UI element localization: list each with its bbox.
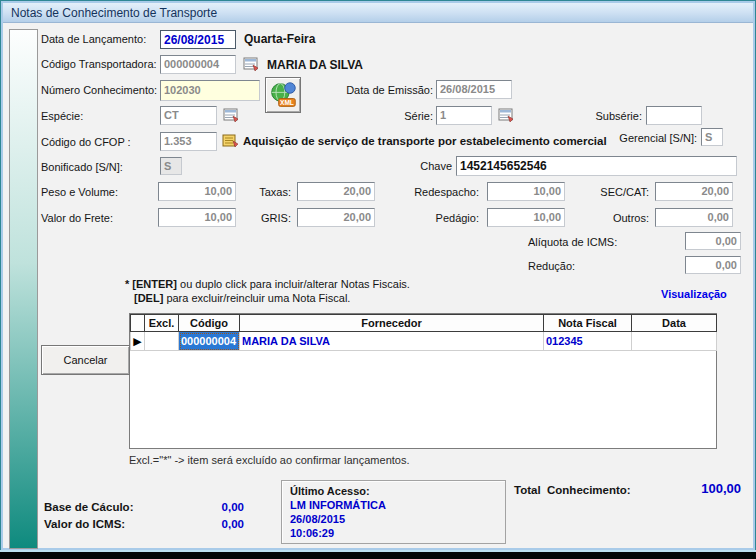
serie-label: Série: <box>371 110 433 122</box>
bonificado-label: Bonificado [S/N]: <box>41 161 123 173</box>
peso-volume-label: Peso e Volume: <box>41 186 118 198</box>
taxas-label: Taxas: <box>241 186 291 198</box>
grid-header-row: Excl. Código Fornecedor Nota Fiscal Data <box>131 315 717 332</box>
cancelar-button[interactable]: Cancelar <box>41 345 130 375</box>
cell-codigo-selected[interactable]: 000000004 <box>179 332 240 351</box>
del-key-label: [DEL] <box>134 292 163 304</box>
taxas-field[interactable]: 20,00 <box>297 182 375 201</box>
valor-icms-value: 0,00 <box>161 518 244 530</box>
ultimo-acesso-label: Último Acesso: <box>290 485 370 497</box>
chave-label: Chave <box>409 160 452 172</box>
reducao-label: Redução: <box>528 260 575 272</box>
ultimo-acesso-user: LM INFORMÁTICA <box>290 499 386 511</box>
total-conhecimento-label: Total Conhecimento: <box>514 484 631 496</box>
base-calculo-value: 0,00 <box>161 501 244 513</box>
weekday-label: Quarta-Feira <box>244 32 315 46</box>
cfop-description: Aquisição de serviço de transporte por e… <box>243 135 607 147</box>
valor-icms-label: Valor do ICMS: <box>44 518 125 530</box>
grid-footnote: Excl.="*" -> item será excluído ao confi… <box>129 454 409 466</box>
subserie-label: Subsérie: <box>571 110 642 122</box>
instruction-del: [DEL] para excluir/reincluir uma Nota Fi… <box>134 292 350 304</box>
row-indicator-header <box>131 315 145 332</box>
redespacho-field[interactable]: 10,00 <box>487 182 565 201</box>
cell-excl[interactable] <box>145 332 179 351</box>
subserie-field[interactable] <box>646 106 702 125</box>
cfop-field[interactable]: 1.353 <box>160 132 217 151</box>
cell-nota-fiscal[interactable]: 012345 <box>544 332 632 351</box>
serie-lookup-icon[interactable] <box>498 107 514 123</box>
transportadora-name: MARIA DA SILVA <box>267 58 363 72</box>
base-calculo-label: Base de Cáculo: <box>44 501 133 513</box>
cell-fornecedor[interactable]: MARIA DA SILVA <box>240 332 544 351</box>
current-row-indicator: ▶ <box>131 332 145 351</box>
visualizacao-link[interactable]: Visualização <box>661 288 727 300</box>
especie-label: Espécie: <box>41 110 83 122</box>
especie-field[interactable]: CT <box>160 106 217 125</box>
ultimo-acesso-date: 26/08/2015 <box>290 513 345 525</box>
col-header-excl[interactable]: Excl. <box>145 315 179 332</box>
aliquota-icms-field[interactable]: 0,00 <box>685 232 741 250</box>
col-header-codigo[interactable]: Código <box>179 315 240 332</box>
especie-lookup-icon[interactable] <box>223 107 239 123</box>
gris-field[interactable]: 20,00 <box>297 208 375 227</box>
ultimo-acesso-time: 10:06:29 <box>290 527 334 539</box>
del-instruction-text: para excluir/reincluir uma Nota Fiscal. <box>163 292 350 304</box>
table-row[interactable]: ▶ 000000004 MARIA DA SILVA 012345 <box>131 332 717 351</box>
xml-globe-icon: XML <box>269 81 297 109</box>
data-lancamento-field[interactable]: 26/08/2015 <box>160 30 236 49</box>
data-lancamento-label: Data de Lançamento: <box>41 33 146 45</box>
title-bar: Notas de Conhecimento de Transporte <box>3 3 753 23</box>
col-header-fornecedor[interactable]: Fornecedor <box>240 315 544 332</box>
svg-text:XML: XML <box>280 99 294 106</box>
chave-field[interactable]: 1452145652546 <box>456 156 737 176</box>
numero-conhecimento-field[interactable]: 102030 <box>160 80 260 101</box>
xml-import-button[interactable]: XML <box>265 77 301 113</box>
cfop-lookup-icon[interactable] <box>222 132 239 148</box>
sec-cat-label: SEC/CAT: <box>583 186 649 198</box>
serie-field[interactable]: 1 <box>436 106 492 125</box>
instruction-enter: * [ENTER] ou duplo click para incluir/al… <box>125 278 410 290</box>
outros-field[interactable]: 0,00 <box>655 208 733 227</box>
sec-cat-field[interactable]: 20,00 <box>655 182 733 201</box>
codigo-transportadora-field[interactable]: 000000004 <box>160 55 236 74</box>
peso-volume-field[interactable]: 10,00 <box>158 182 236 201</box>
outros-label: Outros: <box>583 212 649 224</box>
reducao-field[interactable]: 0,00 <box>685 256 741 274</box>
enter-instruction-text: ou duplo click para incluir/alterar Nota… <box>177 278 410 290</box>
pedagio-field[interactable]: 10,00 <box>487 208 565 227</box>
cfop-label: Código do CFOP : <box>41 136 131 148</box>
enter-key-label: [ENTER] <box>132 278 177 290</box>
total-conhecimento-value: 100,00 <box>641 481 741 496</box>
col-header-data[interactable]: Data <box>632 315 717 332</box>
transport-notes-window: Notas de Conhecimento de Transporte Data… <box>0 0 756 551</box>
gerencial-field[interactable]: S <box>701 128 723 146</box>
cell-data[interactable] <box>632 332 717 351</box>
valor-frete-label: Valor do Frete: <box>41 212 113 224</box>
transportadora-lookup-icon[interactable] <box>243 56 259 72</box>
left-gradient-strip <box>9 29 38 549</box>
valor-frete-field[interactable]: 10,00 <box>158 208 236 227</box>
data-emissao-field[interactable]: 26/08/2015 <box>436 80 512 99</box>
ultimo-acesso-panel: Último Acesso: LM INFORMÁTICA 26/08/2015… <box>281 480 506 544</box>
current-row-arrow-icon: ▶ <box>133 335 141 347</box>
notas-fiscais-grid: Excl. Código Fornecedor Nota Fiscal Data… <box>129 313 717 449</box>
asterisk-marker: * <box>125 278 129 290</box>
bonificado-field[interactable]: S <box>160 157 182 175</box>
gris-label: GRIS: <box>241 212 291 224</box>
numero-conhecimento-label: Número Conhecimento: <box>41 84 157 96</box>
pedagio-label: Pedágio: <box>401 212 479 224</box>
window-bottom-edge <box>0 550 756 559</box>
redespacho-label: Redespacho: <box>401 186 479 198</box>
col-header-nota-fiscal[interactable]: Nota Fiscal <box>544 315 632 332</box>
window-title: Notas de Conhecimento de Transporte <box>11 6 217 20</box>
data-emissao-label: Data de Emissão: <box>341 84 433 96</box>
aliquota-icms-label: Alíquota de ICMS: <box>528 236 617 248</box>
codigo-transportadora-label: Código Transportadora: <box>41 58 157 70</box>
gerencial-label: Gerencial [S/N]: <box>601 132 697 144</box>
